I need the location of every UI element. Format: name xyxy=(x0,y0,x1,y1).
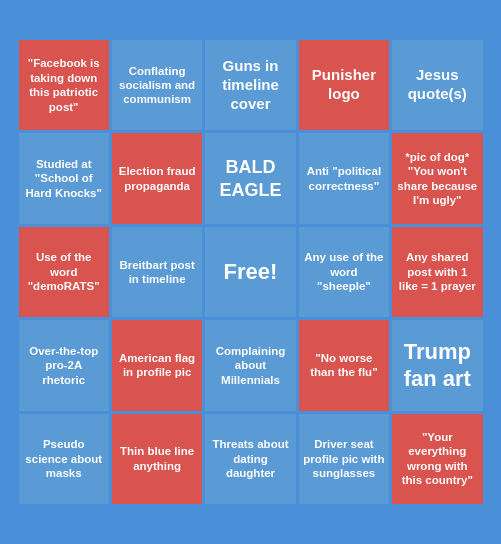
bingo-cell-0[interactable]: "Facebook is taking down this patriotic … xyxy=(19,40,109,130)
bingo-cell-18[interactable]: "No worse than the flu" xyxy=(299,320,389,410)
bingo-cell-2[interactable]: Guns in timeline cover xyxy=(205,40,295,130)
bingo-cell-17[interactable]: Complaining about Millennials xyxy=(205,320,295,410)
bingo-cell-24[interactable]: "Your everything wrong with this country… xyxy=(392,414,482,504)
bingo-cell-3[interactable]: Punisher logo xyxy=(299,40,389,130)
bingo-cell-11[interactable]: Breitbart post in timeline xyxy=(112,227,202,317)
bingo-cell-21[interactable]: Thin blue line anything xyxy=(112,414,202,504)
bingo-cell-22[interactable]: Threats about dating daughter xyxy=(205,414,295,504)
bingo-cell-1[interactable]: Conflating socialism and communism xyxy=(112,40,202,130)
bingo-cell-23[interactable]: Driver seat profile pic with sunglasses xyxy=(299,414,389,504)
bingo-cell-20[interactable]: Pseudo science about masks xyxy=(19,414,109,504)
bingo-grid: "Facebook is taking down this patriotic … xyxy=(19,40,483,504)
bingo-cell-7[interactable]: BALD EAGLE xyxy=(205,133,295,223)
bingo-board: "Facebook is taking down this patriotic … xyxy=(11,32,491,512)
bingo-cell-14[interactable]: Any shared post with 1 like = 1 prayer xyxy=(392,227,482,317)
bingo-cell-19[interactable]: Trump fan art xyxy=(392,320,482,410)
bingo-cell-16[interactable]: American flag in profile pic xyxy=(112,320,202,410)
bingo-cell-15[interactable]: Over-the-top pro-2A rhetoric xyxy=(19,320,109,410)
bingo-cell-13[interactable]: Any use of the word "sheeple" xyxy=(299,227,389,317)
bingo-cell-12[interactable]: Free! xyxy=(205,227,295,317)
bingo-cell-6[interactable]: Election fraud propaganda xyxy=(112,133,202,223)
bingo-cell-9[interactable]: *pic of dog* "You won't share because I'… xyxy=(392,133,482,223)
bingo-cell-10[interactable]: Use of the word "demoRATS" xyxy=(19,227,109,317)
bingo-cell-4[interactable]: Jesus quote(s) xyxy=(392,40,482,130)
bingo-cell-8[interactable]: Anti "political correctness" xyxy=(299,133,389,223)
bingo-cell-5[interactable]: Studied at "School of Hard Knocks" xyxy=(19,133,109,223)
